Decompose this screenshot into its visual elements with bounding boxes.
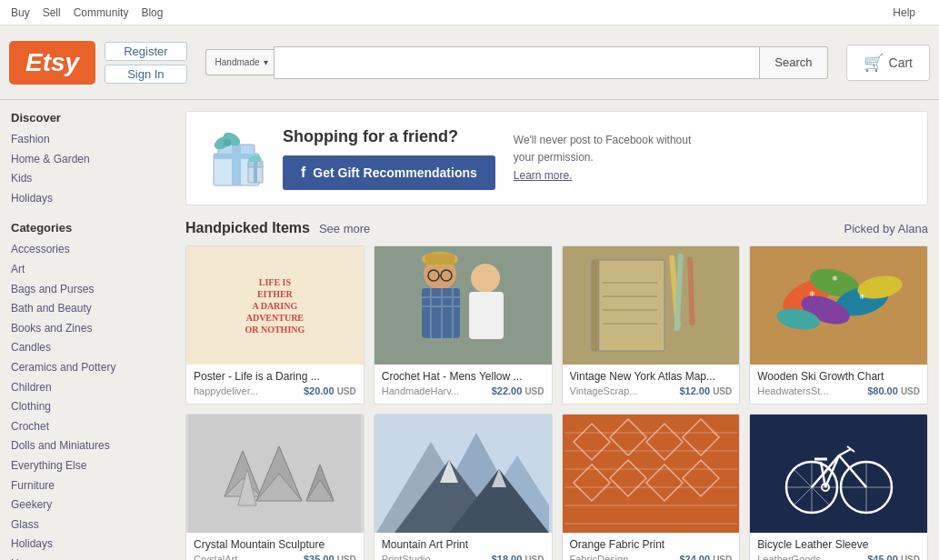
search-input[interactable]	[274, 46, 761, 79]
product-info: Poster - Life is a Daring ... happydeliv…	[186, 365, 364, 404]
product-shop: PrintStudio...	[382, 554, 439, 560]
product-info: Vintage New York Atlas Map... VintageScr…	[563, 365, 740, 404]
gift-text: Shopping for a friend? f Get Gift Recomm…	[283, 127, 495, 190]
nav-help[interactable]: Help	[893, 6, 915, 19]
product-price: $12.00 USD	[679, 385, 732, 396]
product-price: $24.00 USD	[679, 554, 732, 560]
product-meta: VintageScrap... $12.00 USD	[570, 385, 733, 396]
product-info: Bicycle Leather Sleeve LeatherGoods... $…	[750, 533, 927, 560]
gift-illustration	[205, 126, 268, 190]
sidebar-item-everything-else[interactable]: Everything Else	[11, 456, 175, 476]
nav-community[interactable]: Community	[74, 6, 129, 19]
signin-link[interactable]: Sign In	[105, 65, 186, 84]
svg-text:❄: ❄	[831, 275, 837, 283]
product-name: Vintage New York Atlas Map...	[570, 370, 733, 383]
product-image	[186, 415, 364, 533]
crystals-svg	[188, 415, 361, 533]
product-card[interactable]: Crystal Mountain Sculpture CrystalArt...…	[185, 414, 365, 560]
product-price: $45.00 USD	[867, 554, 920, 560]
product-image	[563, 246, 740, 365]
product-meta: HandmadeHarv... $22.00 USD	[382, 385, 544, 396]
nav-sell[interactable]: Sell	[43, 6, 61, 19]
search-button[interactable]: Search	[760, 46, 827, 79]
sidebar-item-accessories[interactable]: Accessories	[11, 240, 175, 260]
mountains-svg	[376, 415, 549, 533]
sidebar-item-home-garden[interactable]: Home & Garden	[11, 150, 175, 170]
chevron-down-icon: ▾	[264, 57, 268, 67]
product-name: Bicycle Leather Sleeve	[757, 538, 920, 551]
nav-blog[interactable]: Blog	[141, 6, 163, 19]
sidebar-item-candles[interactable]: Candles	[11, 338, 175, 358]
discover-section: Discover Fashion Home & Garden Kids Holi…	[11, 111, 175, 208]
register-link[interactable]: Register	[105, 42, 186, 61]
sidebar-item-crochet[interactable]: Crochet	[11, 417, 175, 437]
product-card[interactable]: Crochet Hat - Mens Yellow ... HandmadeHa…	[374, 245, 553, 405]
gift-heading: Shopping for a friend?	[283, 127, 495, 146]
svg-rect-9	[254, 161, 257, 183]
picked-by: Picked by Alana	[844, 222, 928, 235]
sidebar-item-holidays[interactable]: Holidays	[11, 535, 175, 555]
sidebar-item-ceramics-pottery[interactable]: Ceramics and Pottery	[11, 358, 175, 378]
sidebar-item-dolls-miniatures[interactable]: Dolls and Miniatures	[11, 436, 175, 456]
product-info: Wooden Ski Growth Chart HeadwatersSt... …	[750, 365, 927, 404]
top-navigation: Buy Sell Community Blog Help	[0, 0, 939, 25]
svg-text:❄: ❄	[808, 290, 814, 298]
poster-text: LIFE ISEITHERA DARINGADVENTUREOR NOTHING	[237, 269, 312, 343]
disclaimer-text: We'll never post to Facebook without you…	[514, 134, 692, 164]
sidebar: Discover Fashion Home & Garden Kids Holi…	[11, 111, 175, 560]
main-content: Discover Fashion Home & Garden Kids Holi…	[0, 100, 939, 560]
product-name: Wooden Ski Growth Chart	[757, 370, 920, 383]
sidebar-item-holidays-discover[interactable]: Holidays	[11, 189, 175, 209]
product-meta: HeadwatersSt... $80.00 USD	[757, 385, 920, 396]
cart-label: Cart	[889, 55, 913, 70]
product-info: Crystal Mountain Sculpture CrystalArt...…	[186, 533, 364, 560]
sidebar-item-kids[interactable]: Kids	[11, 169, 175, 189]
handpicked-title: Handpicked Items	[185, 220, 310, 236]
bike-svg	[753, 415, 925, 533]
product-card[interactable]: Vintage New York Atlas Map... VintageScr…	[562, 245, 741, 405]
product-shop: FabricDesign...	[570, 554, 637, 560]
search-category-dropdown[interactable]: Handmade ▾	[205, 49, 274, 75]
gift-disclaimer: We'll never post to Facebook without you…	[514, 132, 714, 185]
categories-title: Categories	[11, 221, 175, 235]
product-card[interactable]: Orange Fabric Print FabricDesign... $24.…	[562, 414, 741, 560]
svg-rect-21	[425, 254, 455, 265]
product-card[interactable]: Mountain Art Print PrintStudio... $18.00…	[374, 414, 553, 560]
product-name: Poster - Life is a Daring ...	[194, 370, 356, 383]
product-price: $35.00 USD	[304, 554, 356, 560]
product-info: Crochet Hat - Mens Yellow ... HandmadeHa…	[375, 365, 552, 404]
categories-section: Categories Accessories Art Bags and Purs…	[11, 221, 175, 560]
sidebar-item-fashion[interactable]: Fashion	[11, 130, 175, 150]
sidebar-item-geekery[interactable]: Geekery	[11, 495, 175, 515]
facebook-gift-button[interactable]: f Get Gift Recommendations	[283, 155, 495, 190]
sidebar-item-art[interactable]: Art	[11, 260, 175, 280]
product-price: $18.00 USD	[492, 554, 544, 560]
handpicked-header: Handpicked Items See more Picked by Alan…	[185, 220, 928, 236]
sidebar-item-books-zines[interactable]: Books and Zines	[11, 319, 175, 339]
svg-point-6	[224, 139, 231, 146]
sidebar-item-housewares[interactable]: Housewares	[11, 555, 175, 560]
product-meta: PrintStudio... $18.00 USD	[382, 554, 544, 560]
product-shop: HandmadeHarv...	[382, 385, 459, 396]
cart-button[interactable]: 🛒 Cart	[846, 45, 930, 81]
sidebar-item-bath-beauty[interactable]: Bath and Beauty	[11, 299, 175, 319]
etsy-logo[interactable]: Etsy	[9, 41, 95, 85]
sidebar-item-furniture[interactable]: Furniture	[11, 476, 175, 496]
sidebar-item-clothing[interactable]: Clothing	[11, 397, 175, 417]
product-card[interactable]: ❄ ❄ ❄ Wooden Ski Growth Chart Headwaters…	[749, 245, 928, 405]
gift-banner: Shopping for a friend? f Get Gift Recomm…	[185, 111, 928, 205]
svg-rect-12	[376, 246, 549, 365]
sidebar-item-bags-purses[interactable]: Bags and Purses	[11, 280, 175, 300]
see-more-link[interactable]: See more	[319, 222, 370, 235]
learn-more-link[interactable]: Learn more.	[514, 169, 573, 182]
product-card[interactable]: Bicycle Leather Sleeve LeatherGoods... $…	[749, 414, 928, 560]
product-price: $22.00 USD	[492, 385, 544, 396]
sidebar-item-glass[interactable]: Glass	[11, 515, 175, 535]
gift-btn-label: Get Gift Recommendations	[313, 165, 476, 180]
sidebar-item-children[interactable]: Children	[11, 378, 175, 398]
dropdown-label: Handmade	[215, 57, 260, 67]
product-card[interactable]: LIFE ISEITHERA DARINGADVENTUREOR NOTHING…	[185, 245, 365, 405]
product-meta: CrystalArt... $35.00 USD	[194, 554, 356, 560]
nav-buy[interactable]: Buy	[11, 6, 30, 19]
product-info: Mountain Art Print PrintStudio... $18.00…	[375, 533, 552, 560]
